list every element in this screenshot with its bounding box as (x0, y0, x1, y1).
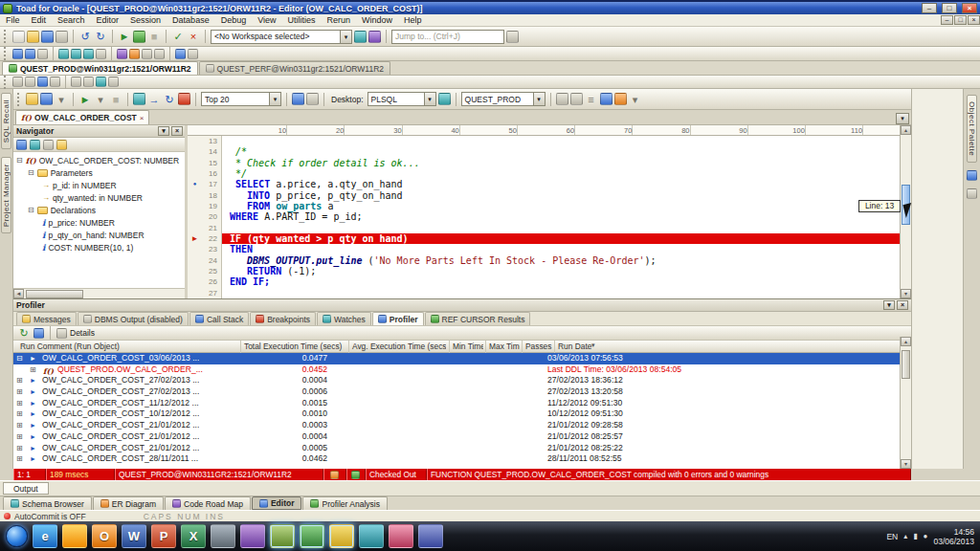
save-icon[interactable] (41, 31, 54, 43)
profiler-row[interactable]: ⊞ f() QUEST_PROD.OW_CALC_ORDER_... 0.045… (13, 364, 900, 376)
dock-tool-icon[interactable] (967, 170, 977, 181)
tree-item-qty-wanted[interactable]: → qty_wanted: in NUMBER (13, 191, 186, 204)
dropdown-icon[interactable]: ▾ (424, 93, 435, 105)
profiler-row[interactable]: ⊞ ► OW_CALC_ORDER_COST_21/01/2012 ... 0.… (13, 431, 900, 443)
taskbar-app-icon[interactable]: P (151, 524, 176, 548)
expand-icon[interactable]: ⊞ (16, 453, 23, 465)
more-tools-icon[interactable]: ▾ (629, 93, 642, 106)
nav-sort-icon[interactable] (16, 140, 27, 150)
menu-utilities[interactable]: Utilities (282, 14, 322, 27)
menu-database[interactable]: Database (167, 14, 215, 27)
top-rows-combo[interactable]: Top 20 ▾ (201, 92, 281, 106)
code-analysis-icon[interactable] (614, 93, 627, 105)
step-over-icon[interactable]: → (147, 93, 161, 106)
new-document-icon[interactable] (12, 31, 25, 43)
tab-call-stack[interactable]: Call Stack (189, 312, 249, 325)
toolbar-grip[interactable] (4, 47, 8, 60)
pin-icon[interactable]: ▾ (883, 300, 895, 310)
execution-marker-icon[interactable]: ► (188, 233, 202, 244)
panel-layout-icon[interactable] (37, 77, 48, 87)
close-icon[interactable]: × (897, 300, 908, 310)
menu-edit[interactable]: Edit (26, 14, 53, 27)
dock-panel-icon[interactable] (96, 77, 106, 87)
tree-item-cost[interactable]: i COST: NUMBER(10, 1) (13, 241, 186, 253)
tree-item-declarations[interactable]: ⊟ Declarations (13, 204, 186, 216)
stop-icon[interactable]: ■ (109, 93, 122, 106)
nav-collapse-icon[interactable] (43, 140, 54, 150)
tree-item-p-qty-on-hand[interactable]: i p_qty_on_hand: NUMBER (13, 229, 186, 241)
tab-output[interactable]: Output (3, 482, 49, 495)
outdent-icon[interactable] (570, 93, 583, 105)
collapse-icon[interactable]: ⊟ (16, 154, 23, 166)
panel-layout-icon[interactable] (50, 77, 60, 87)
session-browser-icon[interactable] (83, 49, 94, 59)
tab-ref-cursor-results[interactable]: REF CURSOR Results (425, 312, 531, 325)
desktop-combo[interactable]: PLSQL ▾ (368, 92, 436, 106)
tree-item-parameters[interactable]: ⊟ Parameters (13, 166, 186, 179)
halt-execution-icon[interactable]: ■ (147, 30, 161, 43)
show-hidden-icons[interactable]: ▴ (903, 532, 907, 540)
pin-icon[interactable]: ▾ (158, 126, 169, 136)
save-file-icon[interactable] (40, 93, 53, 105)
menu-window[interactable]: Window (356, 14, 398, 27)
scroll-up-icon[interactable]: ▴ (901, 337, 911, 346)
dropdown-icon[interactable]: ▾ (269, 93, 280, 105)
menu-editor[interactable]: Editor (91, 14, 125, 27)
panel-layout-icon[interactable] (25, 77, 35, 87)
scroll-down-icon[interactable]: ▾ (901, 459, 911, 469)
taskbar-app-icon[interactable] (240, 524, 265, 548)
bookmark-icon[interactable]: ● (188, 179, 202, 189)
describe-objects-icon[interactable] (175, 49, 186, 59)
dock-panel-icon[interactable] (83, 77, 94, 87)
workspace-manage-icon[interactable] (368, 31, 381, 43)
taskbar-app-icon[interactable]: W (122, 524, 146, 548)
volume-icon[interactable]: ● (924, 532, 928, 540)
maximize-button[interactable]: □ (942, 3, 957, 13)
rollback-icon[interactable]: × (187, 30, 200, 43)
network-icon[interactable]: ▮ (913, 532, 917, 540)
taskbar-app-icon[interactable]: e (33, 524, 57, 548)
taskbar-app-icon[interactable] (211, 524, 235, 548)
step-into-icon[interactable]: ↻ (163, 93, 176, 106)
profiler-row[interactable]: ⊞ ► OW_CALC_ORDER_COST_21/01/2012 ... 0.… (13, 443, 900, 454)
expand-icon[interactable]: ⊞ (16, 408, 23, 420)
scroll-thumb[interactable] (902, 350, 910, 379)
team-coding-icon[interactable] (117, 49, 127, 59)
editor-window-icon[interactable] (71, 49, 81, 59)
code-snippets-icon[interactable] (600, 93, 612, 105)
profiler-row[interactable]: ⊞ ► OW_CALC_ORDER_COST_27/02/2013 ... 0.… (13, 375, 900, 386)
profiler-row[interactable]: ⊞ ► OW_CALC_ORDER_COST_10/12/2012 ... 0.… (13, 408, 900, 420)
schema-browser-icon[interactable] (58, 49, 69, 59)
expand-icon[interactable]: ⊞ (30, 364, 36, 376)
tab-breakpoints[interactable]: Breakpoints (250, 312, 316, 325)
menu-rerun[interactable]: Rerun (322, 14, 357, 27)
column-max-time[interactable]: Max Time (485, 341, 520, 353)
execute-options-icon[interactable]: ▾ (94, 93, 107, 106)
jump-to-input[interactable]: Jump to... (Ctrl+J) (391, 30, 504, 44)
profiler-row[interactable]: ⊞ ► OW_CALC_ORDER_COST_21/01/2012 ... 0.… (13, 420, 900, 431)
taskbar-app-icon[interactable] (62, 524, 87, 548)
mdi-restore-button[interactable]: □ (954, 15, 967, 25)
compile-icon[interactable] (178, 93, 190, 105)
minimize-button[interactable]: – (922, 3, 937, 13)
scroll-up-icon[interactable]: ▴ (901, 125, 911, 135)
scroll-left-icon[interactable]: ◄ (13, 289, 24, 298)
menu-debug[interactable]: Debug (215, 14, 253, 27)
toolbar-grip[interactable] (4, 30, 8, 43)
tab-profiler-analysis[interactable]: Profiler Analysis (302, 496, 387, 510)
schema-combo[interactable]: QUEST_PROD ▾ (461, 92, 546, 106)
debug-icon[interactable] (133, 93, 145, 105)
sql-recall-tab[interactable]: SQL Recall (1, 93, 11, 149)
execute-icon[interactable]: ► (78, 93, 92, 106)
taskbar-app-icon[interactable]: X (181, 524, 206, 548)
nav-options-icon[interactable] (56, 140, 67, 150)
redo-icon[interactable]: ↻ (94, 30, 107, 43)
editor-gutter[interactable]: 13 14 15 16 ●17 18 19 20 21 ►22 23 24 25… (188, 136, 222, 298)
profiler-row[interactable]: ⊞ ► OW_CALC_ORDER_COST_27/02/2013 ... 0.… (13, 386, 900, 398)
format-code-icon[interactable]: ≡ (585, 93, 598, 106)
mdi-close-button[interactable]: × (968, 15, 980, 25)
script-manager-icon[interactable] (129, 49, 140, 59)
collapse-icon[interactable]: ⊟ (16, 353, 23, 364)
menu-file[interactable]: File (0, 14, 26, 27)
tree-item-p-id[interactable]: → p_id: in NUMBER (13, 179, 186, 191)
